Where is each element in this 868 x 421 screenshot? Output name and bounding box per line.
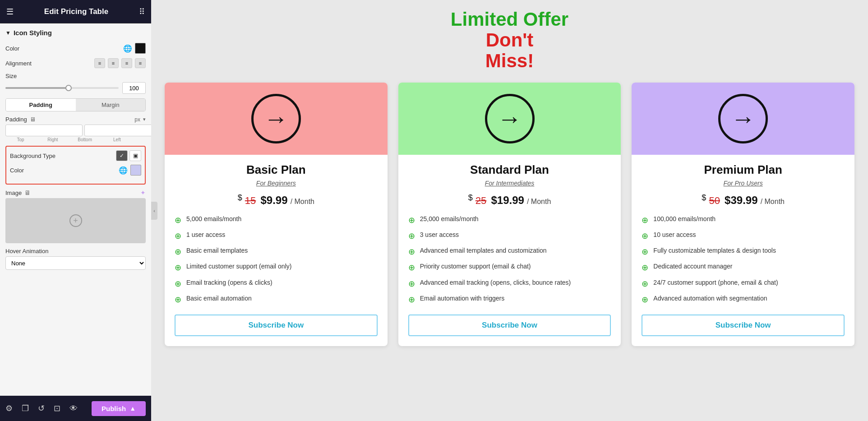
hover-anim-select[interactable]: None	[5, 256, 146, 270]
image-monitor-icon: 🖥	[24, 189, 31, 196]
card-banner-basic: →	[165, 83, 388, 155]
feature-text-premium-2: Fully customizable templates & design to…	[653, 246, 776, 255]
responsive-icon[interactable]: ⊡	[54, 403, 60, 413]
price-new-basic: $9.99	[260, 194, 287, 206]
align-right-btn[interactable]: ≡	[121, 58, 132, 68]
subscribe-btn-basic[interactable]: Subscribe Now	[175, 315, 378, 336]
bg-color-swatch[interactable]	[130, 165, 141, 176]
price-old-standard: 25	[476, 195, 486, 206]
padding-top-input[interactable]	[5, 125, 83, 136]
padding-row: Padding 🖥 px ▾ 🔗 Top Right Bottom Left	[5, 116, 146, 142]
feature-text-standard-1: 3 user access	[420, 231, 459, 240]
feature-text-premium-4: 24/7 customer support (phone, email & ch…	[653, 278, 778, 287]
list-item: ⊕ 25,000 emails/month	[408, 215, 611, 226]
arrow-symbol-basic: →	[264, 106, 288, 131]
pricing-card-premium: → Premium PlanFor Pro Users $ 50 $39.99 …	[632, 83, 854, 346]
padding-unit: px	[134, 116, 140, 123]
settings-icon[interactable]: ⚙	[5, 403, 13, 413]
check-icon-standard-5: ⊕	[408, 294, 416, 305]
subscribe-btn-standard[interactable]: Subscribe Now	[408, 315, 611, 336]
size-input[interactable]: 100	[122, 82, 146, 94]
main-content: Limited Offer Don't Miss! → Basic PlanFo…	[151, 0, 868, 421]
feature-text-basic-2: Basic email templates	[186, 246, 248, 255]
color-controls: 🌐	[123, 43, 146, 54]
image-row: Image 🖥 ✦	[5, 189, 146, 196]
size-slider-track[interactable]	[5, 87, 119, 89]
feature-text-basic-4: Email tracking (opens & clicks)	[186, 278, 272, 287]
publish-chevron-icon: ▲	[129, 405, 136, 412]
price-old-premium: 50	[709, 195, 720, 206]
check-icon-premium-3: ⊕	[642, 262, 650, 273]
eye-icon[interactable]: 👁	[69, 404, 78, 413]
plan-subtitle-basic: For Beginners	[175, 180, 378, 187]
unit-dropdown-arrow[interactable]: ▾	[143, 116, 146, 122]
list-item: ⊕ Fully customizable templates & design …	[642, 246, 845, 258]
list-item: ⊕ Email tracking (opens & clicks)	[175, 278, 378, 290]
list-item: ⊕ Advanced email templates and customiza…	[408, 246, 611, 258]
bg-type-buttons: ✓ ▣	[116, 150, 141, 161]
price-period-standard: / Month	[527, 198, 551, 205]
right-label: Right	[37, 137, 68, 142]
padding-tab[interactable]: Padding	[6, 99, 76, 111]
price-row-standard: $ 25 $19.99 / Month	[408, 193, 611, 207]
features-list-basic: ⊕ 5,000 emails/month ⊕ 1 user access ⊕ B…	[175, 215, 378, 305]
align-justify-btn[interactable]: ≡	[135, 58, 146, 68]
footer-icons: ⚙ ❐ ↺ ⊡ 👁	[5, 403, 78, 413]
check-icon-standard-3: ⊕	[408, 262, 416, 273]
sidebar-collapse-arrow[interactable]: ‹	[151, 202, 157, 220]
globe-icon[interactable]: 🌐	[123, 44, 132, 53]
background-section: Background Type ✓ ▣ Color 🌐	[5, 146, 146, 185]
sidebar-title: Edit Pricing Table	[44, 7, 108, 16]
check-icon-standard-4: ⊕	[408, 278, 416, 290]
bg-gradient-type-btn[interactable]: ▣	[129, 150, 141, 161]
bg-globe-icon[interactable]: 🌐	[119, 166, 128, 175]
list-item: ⊕ Advanced automation with segmentation	[642, 294, 845, 305]
list-item: ⊕ Advanced email tracking (opens, clicks…	[408, 278, 611, 290]
hamburger-icon[interactable]: ☰	[6, 7, 14, 17]
arrow-circle-standard: →	[485, 94, 535, 143]
price-new-standard: $19.99	[491, 194, 524, 206]
publish-label: Publish	[102, 405, 126, 412]
layers-icon[interactable]: ❐	[22, 403, 29, 413]
padding-inputs: 🔗	[5, 125, 146, 136]
card-body-basic: Basic PlanFor Beginners $ 15 $9.99 / Mon…	[165, 155, 388, 346]
price-new-premium: $39.99	[725, 194, 757, 206]
list-item: ⊕ 24/7 customer support (phone, email & …	[642, 278, 845, 290]
feature-text-standard-5: Email automation with triggers	[420, 294, 505, 303]
check-icon-premium-5: ⊕	[642, 294, 650, 305]
history-icon[interactable]: ↺	[38, 403, 45, 413]
color-field-row: Color 🌐	[5, 43, 146, 54]
top-label: Top	[5, 137, 36, 142]
pricing-header: Limited Offer Don't Miss!	[165, 9, 854, 72]
card-banner-standard: →	[398, 83, 621, 155]
feature-text-premium-0: 100,000 emails/month	[653, 215, 716, 224]
margin-tab[interactable]: Margin	[76, 99, 146, 111]
price-period-basic: / Month	[291, 198, 314, 205]
section-arrow[interactable]: ▼	[5, 30, 11, 36]
sidebar-content: ▼ Icon Styling Color 🌐 Alignment ≡ ≡ ≡ ≡…	[0, 23, 151, 396]
padding-right-input[interactable]	[84, 125, 151, 136]
subscribe-btn-premium[interactable]: Subscribe Now	[642, 315, 845, 336]
plan-name-premium: Premium Plan	[642, 163, 845, 177]
check-icon-standard-2: ⊕	[408, 246, 416, 258]
padding-margin-tabs: Padding Margin	[5, 98, 146, 111]
bg-color-type-btn[interactable]: ✓	[116, 150, 128, 161]
list-item: ⊕ 100,000 emails/month	[642, 215, 845, 226]
icon-styling-section: ▼ Icon Styling	[5, 29, 146, 37]
size-slider-thumb[interactable]	[65, 85, 72, 91]
sparkle-icon[interactable]: ✦	[140, 189, 146, 196]
color-swatch-black[interactable]	[135, 43, 146, 54]
add-image-icon[interactable]: +	[69, 214, 82, 227]
align-center-btn[interactable]: ≡	[108, 58, 119, 68]
price-currency-basic: $	[238, 193, 242, 202]
align-left-btn[interactable]: ≡	[94, 58, 105, 68]
check-icon-premium-2: ⊕	[642, 246, 650, 258]
plan-name-standard: Standard Plan	[408, 163, 611, 177]
list-item: ⊕ 1 user access	[175, 231, 378, 242]
list-item: ⊕ Basic email templates	[175, 246, 378, 258]
grid-icon[interactable]: ⠿	[139, 7, 145, 17]
image-placeholder[interactable]: +	[5, 198, 146, 243]
list-item: ⊕ Priority customer support (email & cha…	[408, 262, 611, 273]
publish-button[interactable]: Publish ▲	[92, 401, 146, 416]
image-label: Image	[5, 190, 22, 196]
